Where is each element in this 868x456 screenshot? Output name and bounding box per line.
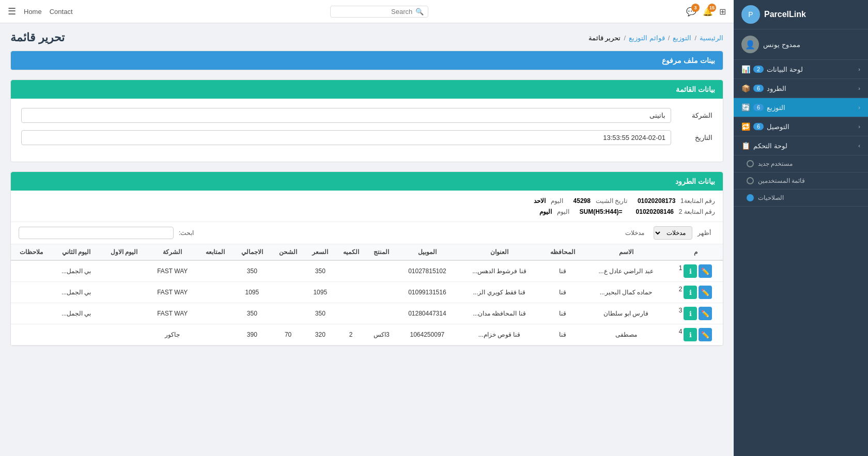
info-button[interactable]: ℹ bbox=[684, 328, 697, 341]
sidebar-item-delivery[interactable]: ‹ التوصيل 6 🔁 bbox=[734, 117, 868, 136]
company-label: الشركة bbox=[676, 112, 712, 119]
col-day2: اليوم الثاني bbox=[52, 244, 101, 260]
col-company: الشركة bbox=[147, 244, 198, 260]
tracking2-label: رقم المتابعة 2 bbox=[679, 208, 715, 215]
parcels-icon: 📦 bbox=[741, 84, 750, 92]
search-input[interactable] bbox=[335, 8, 412, 15]
chevron-down-icon: › bbox=[858, 143, 860, 149]
today-value: اليوم bbox=[539, 208, 552, 215]
radio-icon bbox=[747, 160, 754, 167]
day-label: اليوم bbox=[551, 197, 563, 205]
table-search-input[interactable] bbox=[19, 227, 174, 239]
col-day1: اليوم الاول bbox=[101, 244, 147, 260]
message-count: 3 bbox=[691, 4, 700, 12]
main-area: ⊞ 🔔 15 💬 3 🔍 Contact Home ☰ الرئيسية / bbox=[0, 0, 734, 456]
breadcrumb-distribution[interactable]: التوزيع bbox=[673, 34, 691, 42]
uploaded-file-header: بينات ملف مرفوع bbox=[11, 51, 723, 70]
uploaded-file-card: بينات ملف مرفوع bbox=[10, 51, 723, 70]
table-row: ✏️ ℹ 3 فارس ابو سلطان قنا قنا المحافظه م… bbox=[11, 303, 723, 324]
user-name: ممدوح يونس bbox=[763, 41, 800, 49]
parcels-badge: 6 bbox=[753, 85, 764, 92]
sidebar-item-users-list[interactable]: قائمة المستخدمين bbox=[734, 172, 868, 190]
home-link[interactable]: Home bbox=[24, 8, 42, 15]
user-avatar: 👤 bbox=[741, 36, 759, 53]
sidebar-item-permissions[interactable]: الصلاحيات bbox=[734, 190, 868, 207]
sheet-date-value: 45298 bbox=[574, 197, 591, 205]
grid-icon[interactable]: ⊞ bbox=[719, 7, 726, 17]
sidebar-header: ParcelLink P bbox=[734, 0, 868, 29]
tracking1-label: رقم المتابعة1 bbox=[680, 197, 715, 205]
control-icon: 📋 bbox=[741, 141, 750, 150]
table-row: ✏️ ℹ 4 مصطفى قنا قنا قوص خزام... 1064250… bbox=[11, 324, 723, 345]
sheet-date-label: تاريخ الشيت bbox=[596, 197, 627, 205]
distribution-badge: 6 bbox=[753, 104, 764, 111]
col-shipping: الشحن bbox=[271, 244, 305, 260]
parcels-section-header: بيانات الطرود bbox=[11, 172, 723, 191]
messages-button[interactable]: 💬 3 bbox=[686, 7, 696, 17]
parcels-table: م الاسم المحافظه العنوان الموبيل المنتج … bbox=[11, 244, 723, 345]
notification-count: 15 bbox=[708, 4, 716, 12]
distribution-icon: 🔄 bbox=[741, 103, 750, 112]
table-row: ✏️ ℹ 2 حماده كمال البحير... قنا قنا فقط … bbox=[11, 282, 723, 303]
breadcrumb-lists[interactable]: قوائم التوزيع bbox=[629, 34, 665, 42]
list-data-card: بيانات القائمة الشركة التاريخ bbox=[10, 80, 723, 162]
chevron-icon: ‹ bbox=[858, 66, 860, 72]
breadcrumb-home[interactable]: الرئيسية bbox=[700, 34, 723, 42]
app-logo: P bbox=[741, 5, 760, 24]
edit-button[interactable]: ✏️ bbox=[699, 328, 712, 341]
tracking2-value: 01020208146 bbox=[636, 208, 674, 215]
sidebar-item-distribution[interactable]: ‹ التوزيع 6 🔄 bbox=[734, 98, 868, 117]
sidebar-item-dashboard[interactable]: ‹ لوحة البيانات 2 📊 bbox=[734, 60, 868, 79]
col-num: م bbox=[668, 244, 723, 260]
date-row: التاريخ bbox=[21, 130, 712, 145]
contact-link[interactable]: Contact bbox=[50, 8, 73, 15]
sidebar-item-control[interactable]: › لوحة التحكم 📋 bbox=[734, 136, 868, 155]
date-input[interactable] bbox=[21, 130, 671, 145]
col-name: الاسم bbox=[584, 244, 668, 260]
entries-select[interactable]: مدخلات 5 10 25 50 bbox=[654, 226, 692, 240]
app-title: ParcelLink bbox=[764, 10, 806, 19]
dashboard-icon: 📊 bbox=[741, 65, 750, 73]
search-label: ابحث: bbox=[179, 229, 194, 237]
info-button[interactable]: ℹ bbox=[684, 264, 697, 278]
page-title: تحرير قائمة bbox=[10, 31, 65, 44]
topnav: ⊞ 🔔 15 💬 3 🔍 Contact Home ☰ bbox=[0, 0, 734, 23]
delivery-icon: 🔁 bbox=[741, 122, 750, 131]
edit-button[interactable]: ✏️ bbox=[699, 264, 712, 278]
sidebar-item-parcels[interactable]: ‹ الطرود 6 📦 bbox=[734, 79, 868, 98]
chevron-icon: ‹ bbox=[858, 85, 860, 91]
edit-button[interactable]: ✏️ bbox=[699, 307, 712, 320]
radio-icon bbox=[747, 177, 754, 184]
col-product: المنتج bbox=[366, 244, 397, 260]
col-address: العنوان bbox=[458, 244, 541, 260]
col-total: الاجمالي bbox=[233, 244, 272, 260]
col-mobile: الموبيل bbox=[397, 244, 458, 260]
info-button[interactable]: ℹ bbox=[684, 286, 697, 299]
radio-icon bbox=[747, 194, 754, 201]
table-header-row: م الاسم المحافظه العنوان الموبيل المنتج … bbox=[11, 244, 723, 260]
col-qty: الكميه bbox=[336, 244, 366, 260]
today-label: اليوم bbox=[557, 208, 569, 215]
edit-button[interactable]: ✏️ bbox=[699, 286, 712, 299]
dashboard-badge: 2 bbox=[753, 66, 764, 73]
menu-icon[interactable]: ☰ bbox=[8, 6, 16, 17]
col-gov: المحافظه bbox=[541, 244, 584, 260]
filter-row: أظهر مدخلات 5 10 25 50 مدخلات ابحث: bbox=[11, 222, 723, 244]
info-button[interactable]: ℹ bbox=[684, 307, 697, 320]
col-price: السعر bbox=[305, 244, 335, 260]
notifications-button[interactable]: 🔔 15 bbox=[703, 7, 713, 17]
parcels-card: بيانات الطرود رقم المتابعة1 01020208173 … bbox=[10, 171, 723, 346]
day-value: الاحد bbox=[534, 197, 546, 205]
page-content: الرئيسية / التوزيع / قوائم التوزيع / تحر… bbox=[0, 23, 734, 456]
chevron-icon: ‹ bbox=[858, 123, 860, 130]
col-notes: ملاحظات bbox=[11, 244, 52, 260]
search-icon: 🔍 bbox=[415, 8, 424, 15]
show-label: أظهر bbox=[698, 229, 711, 237]
sidebar: ParcelLink P ممدوح يونس 👤 ‹ لوحة البيانا… bbox=[734, 0, 868, 456]
company-input[interactable] bbox=[21, 108, 671, 123]
list-data-header: بيانات القائمة bbox=[11, 80, 723, 99]
sheet-sum-value: =SUM(H5:H44) bbox=[580, 208, 623, 215]
delivery-badge: 6 bbox=[753, 123, 764, 130]
sidebar-item-new-user[interactable]: مستخدم جديد bbox=[734, 155, 868, 172]
date-label: التاريخ bbox=[676, 134, 712, 141]
